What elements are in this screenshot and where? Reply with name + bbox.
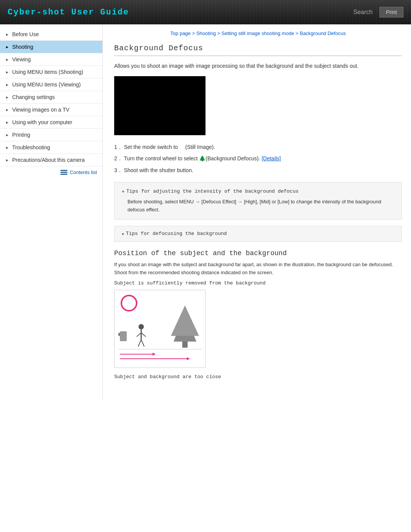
sidebar-label: Shooting [12, 44, 33, 50]
svg-point-3 [139, 324, 144, 329]
breadcrumb-current: Background Defocus [300, 30, 346, 36]
svg-line-6 [141, 333, 146, 337]
header: Cyber-shot User Guide Search Print [0, 0, 411, 24]
arrow-icon: ► [5, 120, 9, 125]
sidebar-label: Using MENU items (Shooting) [12, 69, 83, 75]
page-title: Background Defocus [114, 44, 402, 56]
step-2-text: Turn the control wheel to select 🌲(Backg… [124, 155, 261, 161]
tips-title-1: ✦ Tips for adjusting the intensity of th… [121, 188, 395, 195]
sidebar-item-viewing-tv[interactable]: ► Viewing images on a TV [0, 104, 102, 116]
steps-list: 1． Set the mode switch to (Still Image).… [114, 143, 402, 174]
svg-marker-16 [187, 357, 190, 360]
sidebar-item-using-menu-viewing[interactable]: ► Using MENU items (Viewing) [0, 78, 102, 91]
sidebar-label: Changing settings [12, 94, 55, 100]
arrow-icon: ► [5, 158, 9, 162]
defocus-section: Position of the subject and the backgrou… [114, 249, 402, 380]
sidebar-label: Printing [12, 132, 30, 138]
subject-removed-label: Subject is sufficiently removed from the… [114, 280, 402, 286]
page-wrapper: ► Before Use ► Shooting ► Viewing ► Usin… [0, 24, 411, 401]
defocus-title: Position of the subject and the backgrou… [114, 249, 402, 257]
breadcrumb-sep1: > [192, 30, 196, 36]
header-actions: Search Print [350, 7, 404, 18]
svg-marker-10 [171, 305, 199, 336]
step-3: 3． Shoot with the shutter button. [114, 166, 402, 174]
arrow-icon: ► [5, 83, 9, 87]
details-link[interactable]: [Details] [261, 155, 281, 161]
sidebar-label: Troubleshooting [12, 144, 50, 150]
tips-title-text: Tips for adjusting the intensity of the … [126, 189, 298, 194]
arrow-icon: ► [5, 133, 9, 137]
main-image [114, 76, 206, 135]
app-title: Cyber-shot User Guide [8, 8, 129, 17]
svg-line-8 [141, 340, 144, 347]
sidebar-label: Using MENU items (Viewing) [12, 81, 81, 88]
contents-list-link[interactable]: Contents list [0, 166, 102, 178]
svg-line-7 [138, 340, 141, 347]
tips-content-1: Before shooting, select MENU → [Defocus … [121, 198, 395, 214]
breadcrumb: Top page > Shooting > Setting still imag… [114, 30, 402, 36]
sidebar-item-using-menu-shooting[interactable]: ► Using MENU items (Shooting) [0, 66, 102, 78]
svg-marker-14 [153, 353, 156, 356]
breadcrumb-top[interactable]: Top page [170, 30, 191, 36]
tips-box-1: ✦ Tips for adjusting the intensity of th… [114, 182, 402, 220]
sidebar-item-precautions[interactable]: ► Precautions/About this camera [0, 154, 102, 166]
breadcrumb-setting[interactable]: Setting still image shooting mode [221, 30, 294, 36]
sidebar-label: Precautions/About this camera [12, 157, 85, 163]
sidebar-item-troubleshooting[interactable]: ► Troubleshooting [0, 141, 102, 154]
sidebar-item-printing[interactable]: ► Printing [0, 129, 102, 141]
page-description: Allows you to shoot an image with image … [114, 62, 402, 70]
illustration-box [114, 290, 206, 368]
step-3-text: Shoot with the shutter button. [124, 167, 193, 173]
step-3-number: 3． [114, 167, 123, 173]
step-1-number: 1． [114, 144, 123, 150]
svg-rect-2 [118, 333, 120, 336]
sidebar-item-changing-settings[interactable]: ► Changing settings [0, 91, 102, 104]
breadcrumb-sep2: > [217, 30, 221, 36]
arrow-icon: ► [5, 108, 9, 112]
svg-rect-1 [120, 331, 127, 341]
sidebar-label: Viewing [12, 56, 31, 62]
main-content: Top page > Shooting > Setting still imag… [103, 24, 411, 401]
search-button[interactable]: Search [350, 7, 377, 17]
svg-line-5 [137, 333, 141, 337]
sidebar-item-before-use[interactable]: ► Before Use [0, 28, 102, 41]
subject-close-label: Subject and background are too close [114, 374, 402, 380]
arrow-icon: ► [5, 32, 9, 37]
tips-box-2: ✦ Tips for defocusing the background [114, 226, 402, 242]
sidebar-item-using-computer[interactable]: ► Using with your computer [0, 116, 102, 129]
arrow-icon: ► [5, 45, 9, 49]
paw-icon-2: ✦ [121, 231, 124, 237]
breadcrumb-shooting[interactable]: Shooting [196, 30, 216, 36]
print-button[interactable]: Print [379, 7, 403, 18]
defocus-description: If you shoot an image with the subject a… [114, 261, 402, 277]
sidebar: ► Before Use ► Shooting ► Viewing ► Usin… [0, 24, 103, 401]
arrow-icon: ► [5, 58, 9, 62]
sidebar-item-shooting[interactable]: ► Shooting [0, 41, 102, 53]
sidebar-label: Using with your computer [12, 119, 72, 125]
list-icon [61, 172, 67, 173]
sidebar-label: Before Use [12, 31, 39, 37]
svg-rect-11 [182, 342, 188, 348]
step-1-text: Set the mode switch to (Still Image). [124, 144, 215, 150]
svg-point-0 [121, 296, 137, 311]
sidebar-label: Viewing images on a TV [12, 107, 69, 113]
step-2-number: 2． [114, 155, 123, 161]
step-2: 2． Turn the control wheel to select 🌲(Ba… [114, 154, 402, 163]
arrow-icon: ► [5, 70, 9, 74]
step-1: 1． Set the mode switch to (Still Image). [114, 143, 402, 151]
subject-illustration [115, 290, 206, 366]
tips-title-2-text: Tips for defocusing the background [126, 231, 227, 236]
arrow-icon: ► [5, 145, 9, 150]
contents-label: Contents list [70, 169, 97, 175]
arrow-icon: ► [5, 95, 9, 99]
breadcrumb-sep3: > [296, 30, 300, 36]
paw-icon: ✦ [121, 188, 125, 195]
sidebar-item-viewing[interactable]: ► Viewing [0, 53, 102, 66]
